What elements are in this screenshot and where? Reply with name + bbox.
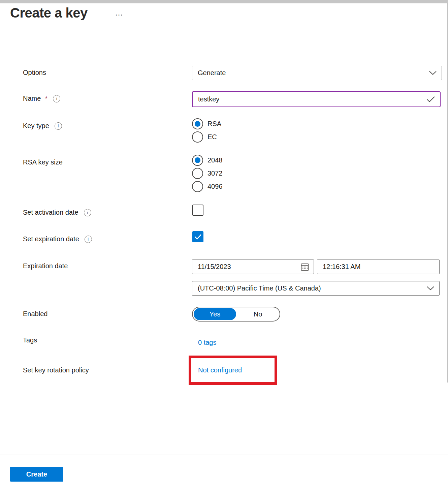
set-expiration-date-checkbox[interactable] bbox=[192, 231, 203, 242]
page-title: Create a key bbox=[10, 5, 88, 21]
timezone-dropdown[interactable]: (UTC-08:00) Pacific Time (US & Canada) bbox=[192, 281, 440, 296]
set-activation-date-label: Set activation date i bbox=[23, 209, 91, 216]
expiration-info-icon[interactable]: i bbox=[85, 236, 92, 243]
expiration-date-value: 11/15/2023 bbox=[198, 263, 231, 271]
rsa-size-option-3072[interactable]: 3072 bbox=[192, 168, 223, 179]
expiration-time-value: 12:16:31 AM bbox=[323, 263, 360, 271]
name-input[interactable]: testkey bbox=[192, 91, 441, 107]
key-type-option-ec[interactable]: EC bbox=[192, 131, 221, 143]
red-highlight-annotation: Not configured bbox=[189, 356, 277, 385]
tags-label: Tags bbox=[23, 336, 37, 344]
calendar-icon[interactable] bbox=[301, 262, 309, 271]
key-type-radio-group: RSA EC bbox=[192, 118, 221, 143]
expiration-date-input[interactable]: 11/15/2023 bbox=[192, 260, 314, 274]
enabled-label: Enabled bbox=[23, 310, 47, 318]
timezone-value: (UTC-08:00) Pacific Time (US & Canada) bbox=[198, 284, 321, 292]
radio-selected-icon bbox=[192, 155, 203, 166]
radio-selected-icon bbox=[192, 118, 203, 129]
enabled-toggle-no[interactable]: No bbox=[236, 310, 280, 318]
rsa-key-size-label: RSA key size bbox=[23, 158, 63, 166]
key-type-label: Key type i bbox=[23, 122, 62, 130]
rotation-policy-link[interactable]: Not configured bbox=[198, 366, 242, 374]
key-type-info-icon[interactable]: i bbox=[55, 122, 62, 130]
options-dropdown[interactable]: Generate bbox=[192, 66, 442, 80]
name-info-icon[interactable]: i bbox=[53, 95, 60, 102]
set-expiration-date-label: Set expiration date i bbox=[23, 235, 92, 243]
name-input-value: testkey bbox=[198, 95, 219, 103]
more-options-icon[interactable]: … bbox=[115, 8, 123, 18]
rotation-policy-label: Set key rotation policy bbox=[23, 366, 89, 374]
radio-unselected-icon bbox=[192, 131, 203, 143]
options-label: Options bbox=[23, 69, 46, 77]
set-activation-date-checkbox[interactable] bbox=[192, 205, 203, 216]
create-button[interactable]: Create bbox=[10, 467, 63, 482]
tags-link[interactable]: 0 tags bbox=[198, 339, 216, 346]
expiration-time-input[interactable]: 12:16:31 AM bbox=[317, 260, 440, 274]
chevron-down-icon bbox=[426, 286, 435, 291]
enabled-toggle-yes[interactable]: Yes bbox=[194, 308, 236, 320]
enabled-toggle[interactable]: Yes No bbox=[192, 307, 280, 322]
rsa-size-option-4096[interactable]: 4096 bbox=[192, 181, 223, 192]
required-asterisk: * bbox=[45, 95, 47, 102]
key-type-option-rsa[interactable]: RSA bbox=[192, 118, 221, 129]
valid-checkmark-icon bbox=[426, 96, 435, 102]
rsa-key-size-radio-group: 2048 3072 4096 bbox=[192, 155, 223, 192]
footer-divider bbox=[0, 455, 448, 455]
radio-unselected-icon bbox=[192, 181, 203, 192]
window-top-bar bbox=[0, 0, 448, 3]
activation-info-icon[interactable]: i bbox=[84, 209, 91, 216]
radio-unselected-icon bbox=[192, 168, 203, 179]
options-dropdown-value: Generate bbox=[198, 69, 226, 77]
check-icon bbox=[194, 234, 202, 240]
chevron-down-icon bbox=[429, 71, 437, 75]
name-label: Name* i bbox=[23, 95, 60, 102]
rsa-size-option-2048[interactable]: 2048 bbox=[192, 155, 223, 166]
expiration-date-label: Expiration date bbox=[23, 262, 68, 270]
